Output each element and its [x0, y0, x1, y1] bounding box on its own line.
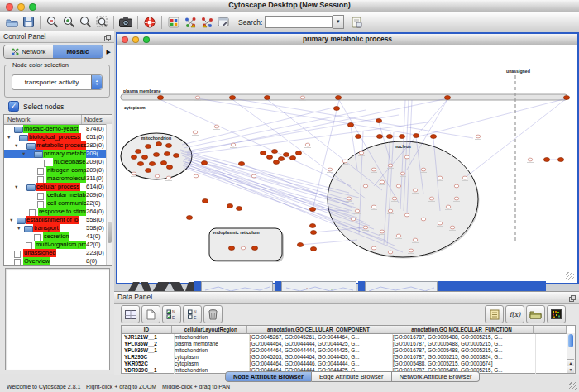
- network-node[interactable]: [430, 135, 436, 139]
- network-node[interactable]: [202, 199, 208, 203]
- network-node-outline[interactable]: [371, 168, 376, 171]
- network-node-outline[interactable]: [446, 205, 451, 208]
- table-cell[interactable]: YDR039C__1: [122, 367, 175, 374]
- table-column-header[interactable]: annotation.GO CELLULAR_COMPONENT: [247, 326, 390, 334]
- network-node[interactable]: [444, 96, 450, 100]
- network-node[interactable]: [310, 247, 316, 251]
- network-node-outline[interactable]: [355, 209, 360, 213]
- zoom-fit-icon[interactable]: [93, 14, 110, 30]
- network-node-outline[interactable]: [404, 213, 409, 217]
- network-node[interactable]: [283, 153, 289, 157]
- network-node[interactable]: [335, 96, 341, 100]
- network-node[interactable]: [164, 152, 170, 156]
- network-layout-icon-1[interactable]: [182, 14, 199, 30]
- birdseye-view[interactable]: [5, 268, 110, 370]
- tree-row-cellular-process[interactable]: ▼cellular process614(0): [4, 183, 112, 191]
- network-node[interactable]: [309, 224, 315, 228]
- network-node[interactable]: [145, 169, 151, 173]
- network-node[interactable]: [266, 155, 272, 160]
- network-node-outline[interactable]: [392, 197, 397, 200]
- network-node-outline[interactable]: [155, 174, 160, 178]
- network-node-outline[interactable]: [231, 143, 236, 146]
- trash-icon[interactable]: [203, 305, 223, 323]
- table-cell[interactable]: cytoplasm: [172, 354, 250, 361]
- network-node[interactable]: [333, 107, 339, 111]
- table-cell[interactable]: [GO:0045267, GO:0045261, GO:0044464, G..…: [247, 334, 393, 341]
- new-document-icon[interactable]: [141, 305, 160, 323]
- lifebuoy-icon[interactable]: [141, 14, 158, 30]
- network-node-outline[interactable]: [476, 135, 481, 138]
- network-node[interactable]: [297, 243, 303, 247]
- network-node-outline[interactable]: [396, 184, 401, 188]
- network-node-outline[interactable]: [359, 151, 364, 155]
- table-scrollbar-thumb[interactable]: [568, 334, 573, 347]
- app-resize-grip[interactable]: [569, 382, 577, 390]
- table-cell[interactable]: plasma membrane: [172, 341, 250, 347]
- table-cell[interactable]: [GO:0044464, GO:0044444, GO:0044425, G..…: [247, 347, 393, 354]
- tree-row-biological-process[interactable]: ▼biological_process651(0): [4, 133, 112, 141]
- table-cell[interactable]: YPL036W__1: [122, 347, 175, 354]
- network-node-outline[interactable]: [363, 226, 368, 229]
- network-node-outline[interactable]: [409, 249, 414, 252]
- network-node[interactable]: [135, 150, 141, 154]
- network-node-outline[interactable]: [251, 174, 256, 178]
- network-node-outline[interactable]: [528, 158, 533, 161]
- network-node[interactable]: [131, 155, 136, 160]
- network-node-outline[interactable]: [400, 172, 405, 175]
- zoom-out-icon[interactable]: [44, 14, 60, 30]
- table-cell[interactable]: [GO:0044464, GO:0044444, GO:0044425, G..…: [247, 341, 393, 347]
- network-node[interactable]: [264, 96, 270, 100]
- table-cell[interactable]: mitochondrion: [172, 347, 250, 354]
- tree-row-secretion[interactable]: secretion41(0): [4, 232, 112, 241]
- network-node-outline[interactable]: [371, 246, 376, 250]
- network-node-outline[interactable]: [132, 172, 136, 175]
- tree-row-cell-communicat[interactable]: cell communicat22(0): [4, 199, 112, 208]
- camera-icon[interactable]: [117, 14, 134, 30]
- network-node[interactable]: [251, 246, 257, 251]
- table-cell[interactable]: cytoplasm: [172, 361, 250, 367]
- open-folder-icon[interactable]: [526, 305, 545, 323]
- table-cell[interactable]: YPL036W__2: [122, 341, 175, 347]
- network-node-outline[interactable]: [404, 155, 409, 159]
- table-column-header[interactable]: _cellularLayoutRegion: [172, 326, 247, 334]
- network-node-outline[interactable]: [195, 96, 200, 99]
- select-nodes-checkbox[interactable]: ✓: [8, 101, 19, 112]
- table-cell[interactable]: mitochondrion: [172, 334, 250, 341]
- network-node[interactable]: [229, 96, 235, 100]
- select-attributes-icon[interactable]: NE: [162, 305, 181, 323]
- float-panel-icon[interactable]: [104, 34, 111, 41]
- tab-mosaic[interactable]: Mosaic: [53, 45, 102, 58]
- table-cell[interactable]: [GO:0016787, GO:0005488, GO:0005215, G..…: [390, 347, 536, 354]
- search-input[interactable]: [265, 16, 333, 28]
- document-search-icon[interactable]: [348, 14, 365, 30]
- table-cell[interactable]: YLR295C: [122, 354, 175, 361]
- network-node-outline[interactable]: [462, 176, 467, 179]
- network-node[interactable]: [166, 165, 172, 170]
- table-cell[interactable]: [GO:0045263, GO:0044464, GO:0044455, G..…: [247, 354, 393, 361]
- zoom-in-icon[interactable]: [60, 14, 77, 30]
- network-node[interactable]: [413, 134, 419, 138]
- magnify-icon[interactable]: [77, 14, 93, 30]
- network-node-outline[interactable]: [380, 180, 385, 184]
- table-cell[interactable]: [GO:0016787, GO:0005215, GO:0003824, G..…: [390, 354, 536, 361]
- tab-network[interactable]: Network: [4, 45, 53, 58]
- network-node-outline[interactable]: [438, 176, 443, 179]
- network-node[interactable]: [236, 207, 242, 211]
- network-node-outline[interactable]: [454, 197, 459, 200]
- function-icon[interactable]: f(x): [505, 305, 524, 323]
- network-node-outline[interactable]: [413, 189, 418, 192]
- search-dropdown-button[interactable]: ▼: [333, 15, 344, 29]
- network-node[interactable]: [386, 135, 392, 139]
- unselect-attributes-icon[interactable]: NE: [183, 305, 202, 323]
- table-icon[interactable]: [121, 305, 140, 323]
- network-node-outline[interactable]: [380, 230, 385, 233]
- network-node[interactable]: [186, 216, 192, 220]
- network-node-outline[interactable]: [342, 160, 347, 163]
- network-node-outline[interactable]: [194, 174, 199, 178]
- network-node[interactable]: [238, 162, 244, 166]
- network-node-outline[interactable]: [351, 218, 356, 221]
- network-node[interactable]: [278, 157, 284, 161]
- expander-icon[interactable]: ▼: [22, 151, 26, 156]
- tree-row-establishment-of-lo[interactable]: ▼establishment of lo558(0): [4, 216, 112, 224]
- tree-row-mosaic-demo-yeast[interactable]: mosaic-demo-yeast874(0): [4, 125, 112, 133]
